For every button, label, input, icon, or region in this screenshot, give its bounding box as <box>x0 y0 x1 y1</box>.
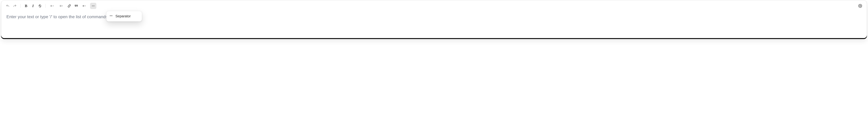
link-icon <box>67 4 71 8</box>
more-icon <box>91 4 95 8</box>
code-dropdown-button[interactable] <box>80 3 88 9</box>
code-icon <box>82 4 86 8</box>
svg-point-14 <box>93 5 93 6</box>
svg-point-13 <box>92 5 93 6</box>
quote-button[interactable] <box>73 3 79 9</box>
bold-icon: B <box>25 4 27 8</box>
heading-icon <box>50 4 54 8</box>
svg-point-15 <box>94 5 94 6</box>
list-dropdown-button[interactable] <box>57 3 65 9</box>
svg-line-12 <box>83 5 84 7</box>
more-button[interactable] <box>90 3 96 9</box>
more-dropdown: Separator <box>106 11 142 22</box>
svg-point-16 <box>860 5 861 6</box>
menu-item-separator[interactable]: Separator <box>108 12 141 20</box>
link-button[interactable] <box>66 3 72 9</box>
menu-item-label: Separator <box>116 14 131 18</box>
undo-button[interactable] <box>5 3 11 9</box>
italic-icon: I <box>32 4 34 8</box>
quote-icon <box>74 4 78 8</box>
divider <box>20 4 21 8</box>
italic-button[interactable]: I <box>30 3 36 9</box>
gear-icon <box>858 4 862 8</box>
strikethrough-button[interactable] <box>37 3 43 9</box>
heading-dropdown-button[interactable] <box>48 3 56 9</box>
toolbar: B I <box>5 2 863 9</box>
strikethrough-icon <box>38 4 42 8</box>
redo-icon <box>13 4 17 8</box>
separator-icon <box>109 14 113 19</box>
undo-icon <box>6 4 10 8</box>
editor-card: B I <box>1 0 867 38</box>
list-icon <box>59 4 63 8</box>
redo-button[interactable] <box>12 3 18 9</box>
settings-button[interactable] <box>857 3 863 9</box>
bold-button[interactable]: B <box>23 3 29 9</box>
